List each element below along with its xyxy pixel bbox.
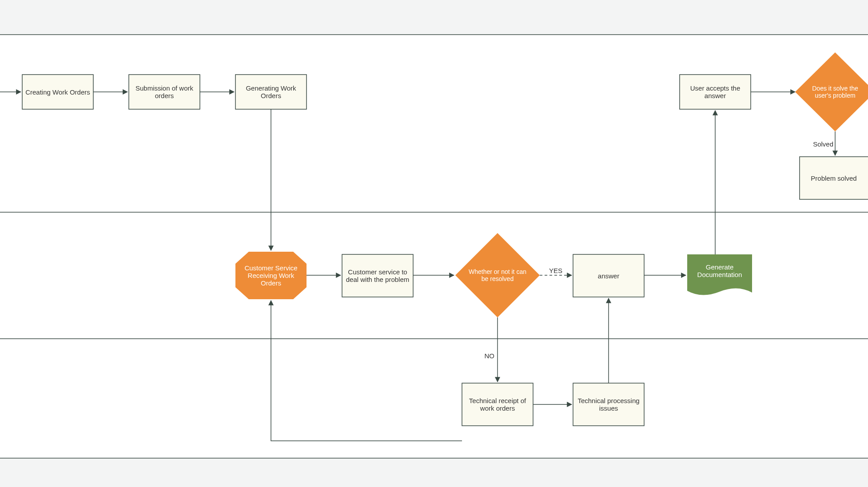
node-problem-solved[interactable]: Problem solved (800, 157, 868, 199)
node-label: User accepts the answer (681, 84, 749, 99)
node-cs-deal-problem[interactable]: Customer service to deal with the proble… (342, 254, 413, 297)
node-label: Submission of work orders (131, 84, 198, 99)
node-label: Customer service to deal with the proble… (344, 268, 411, 283)
node-technical-processing[interactable]: Technical processing issues (573, 383, 644, 426)
label-yes: YES (549, 267, 562, 274)
node-user-accepts-answer[interactable]: User accepts the answer (680, 75, 751, 109)
node-label: Customer Service Receiving Work Orders (238, 264, 304, 287)
node-technical-receipt[interactable]: Technical receipt of work orders (462, 383, 533, 426)
node-label: Whether or not it can be resolved (467, 268, 528, 282)
label-solved: Solved (813, 140, 833, 148)
node-label: answer (598, 272, 619, 280)
node-submission-of-work-orders[interactable]: Submission of work orders (129, 75, 200, 109)
node-label: Technical processing issues (575, 397, 642, 412)
node-cs-receiving-work-orders[interactable]: Customer Service Receiving Work Orders (235, 252, 307, 299)
label-no: NO (485, 352, 495, 360)
node-generate-documentation[interactable]: Generate Documentation (687, 254, 752, 295)
node-label: Technical receipt of work orders (464, 397, 531, 412)
node-label: Generate Documentation (689, 263, 750, 278)
node-label: Creating Work Orders (25, 88, 90, 96)
node-creating-work-orders[interactable]: Creating Work Orders (22, 75, 93, 109)
node-generating-work-orders[interactable]: Generating Work Orders (235, 75, 307, 109)
node-label: Problem solved (811, 174, 856, 182)
node-label: Does it solve the user's problem (805, 85, 865, 99)
node-label: Generating Work Orders (237, 84, 305, 99)
node-answer[interactable]: answer (573, 254, 644, 297)
